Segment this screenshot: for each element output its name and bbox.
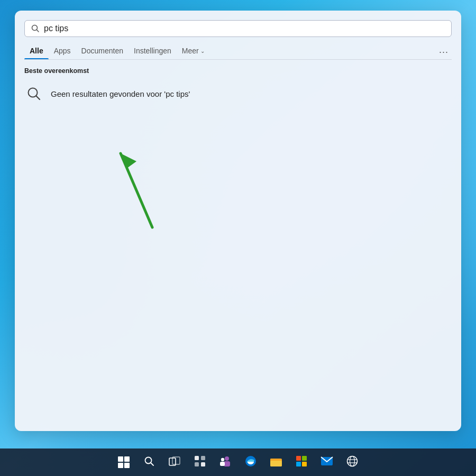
chevron-down-icon: ⌄ <box>200 48 205 54</box>
svg-rect-10 <box>195 456 199 460</box>
section-label: Beste overeenkomst <box>24 67 452 75</box>
annotation-arrow <box>99 132 184 240</box>
svg-point-28 <box>350 456 355 466</box>
network-icon <box>346 455 358 470</box>
svg-rect-11 <box>201 456 205 460</box>
tab-apps[interactable]: Apps <box>49 44 76 59</box>
network-button[interactable] <box>341 451 363 473</box>
taskbar-search-icon <box>144 456 154 469</box>
svg-line-7 <box>151 463 153 465</box>
no-result-text: Geen resultaten gevonden voor 'pc tips' <box>51 89 190 98</box>
svg-rect-22 <box>296 456 301 461</box>
no-result-row: Geen resultaten gevonden voor 'pc tips' <box>24 81 452 106</box>
store-icon <box>296 455 307 470</box>
svg-rect-23 <box>302 456 307 461</box>
store-button[interactable] <box>290 451 313 473</box>
svg-point-14 <box>225 456 229 461</box>
svg-rect-17 <box>220 462 225 466</box>
taskbar-search-button[interactable] <box>138 451 160 473</box>
svg-rect-25 <box>302 462 307 466</box>
tab-alle[interactable]: Alle <box>24 44 49 59</box>
svg-line-3 <box>36 96 40 100</box>
edge-button[interactable] <box>240 451 262 473</box>
teams-button[interactable] <box>214 451 236 473</box>
svg-rect-20 <box>270 461 282 466</box>
mail-icon <box>321 456 333 469</box>
task-view-icon <box>169 456 180 468</box>
svg-rect-24 <box>296 462 301 466</box>
mail-button[interactable] <box>316 451 338 473</box>
search-icon <box>31 24 40 33</box>
svg-rect-13 <box>201 462 205 466</box>
svg-marker-5 <box>121 153 136 168</box>
widgets-button[interactable] <box>189 451 211 473</box>
more-options-button[interactable]: ··· <box>436 45 452 59</box>
widgets-icon <box>194 455 206 470</box>
svg-rect-12 <box>195 462 199 466</box>
svg-rect-21 <box>270 459 275 461</box>
svg-point-16 <box>221 457 224 461</box>
svg-line-1 <box>37 30 39 32</box>
svg-line-4 <box>121 153 152 227</box>
file-explorer-icon <box>270 455 282 470</box>
file-explorer-button[interactable] <box>265 451 287 473</box>
teams-icon <box>219 455 232 470</box>
tabs-row: Alle Apps Documenten Instellingen Meer ⌄… <box>24 44 452 60</box>
taskbar <box>0 448 476 476</box>
svg-point-27 <box>347 456 358 466</box>
windows-logo-icon <box>118 456 130 468</box>
no-result-search-icon <box>24 84 43 103</box>
tab-meer[interactable]: Meer ⌄ <box>177 44 210 59</box>
tab-documenten[interactable]: Documenten <box>76 44 129 59</box>
search-panel: Alle Apps Documenten Instellingen Meer ⌄… <box>15 11 461 431</box>
start-button[interactable] <box>113 451 135 473</box>
tab-instellingen[interactable]: Instellingen <box>129 44 177 59</box>
search-input[interactable] <box>44 24 445 33</box>
search-bar[interactable] <box>24 20 452 37</box>
edge-icon <box>245 455 257 470</box>
task-view-button[interactable] <box>163 451 186 473</box>
